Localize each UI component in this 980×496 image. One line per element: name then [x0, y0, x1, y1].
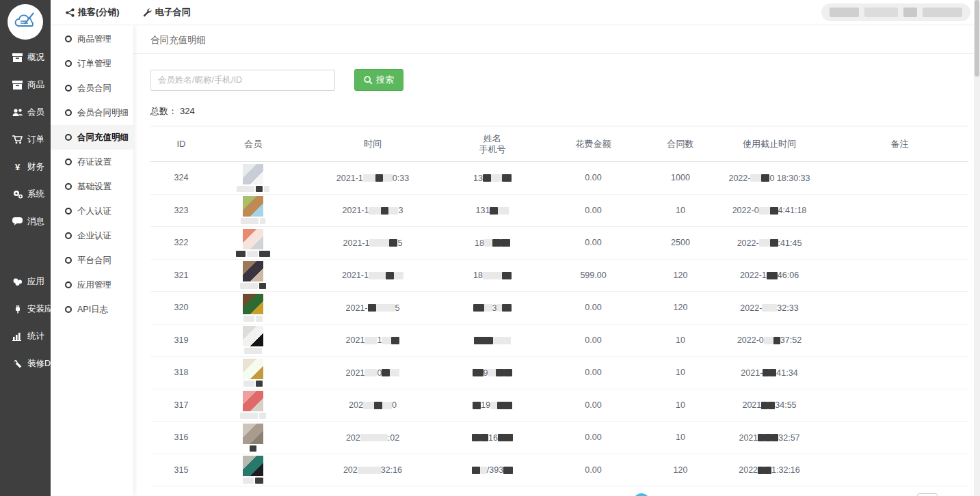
search-input[interactable] — [150, 70, 335, 91]
redacted-block — [496, 304, 502, 312]
cell-id: 322 — [150, 238, 212, 247]
sidebar-item-goods[interactable]: 商品 — [0, 71, 51, 98]
redacted-block — [864, 8, 898, 17]
redacted-block — [502, 174, 512, 182]
submenu-item-api-log[interactable]: API日志 — [51, 297, 133, 322]
redacted-block — [363, 174, 375, 182]
member-avatar[interactable] — [243, 326, 263, 346]
deadline-prefix: 2021 — [742, 400, 761, 410]
submenu-item-personal-auth[interactable]: 个人认证 — [51, 199, 133, 223]
submenu-item-enterprise-auth[interactable]: 企业认证 — [51, 223, 133, 248]
submenu-item-member-contract[interactable]: 会员合同 — [51, 76, 133, 100]
divider — [133, 53, 974, 54]
submenu-label: API日志 — [77, 304, 108, 316]
redacted-block — [502, 272, 512, 279]
redacted-block — [761, 174, 769, 182]
redacted-block — [750, 174, 761, 182]
redacted-block — [474, 337, 493, 344]
total-value: 324 — [180, 106, 195, 116]
cell-deadline: 202134:55 — [708, 400, 831, 410]
sidebar-item-label: 装修DIY — [27, 358, 59, 370]
redacted-block — [480, 434, 488, 441]
cell-id: 317 — [150, 400, 212, 410]
member-avatar[interactable] — [243, 164, 263, 184]
tab-e-contract[interactable]: 电子合同 — [143, 6, 191, 18]
member-avatar[interactable] — [243, 196, 263, 217]
deadline-prefix: 2022- — [740, 303, 762, 313]
redacted-block — [363, 402, 374, 409]
header-time: 时间 — [294, 138, 451, 150]
sidebar-item-messages[interactable]: 消息 — [0, 208, 51, 235]
member-avatar[interactable] — [243, 359, 263, 379]
overview-icon — [12, 53, 23, 63]
cell-contracts: 120 — [653, 303, 708, 312]
contract-recharge-table: ID 会员 时间 姓名 手机号 花费金额 合同数 使用截止时间 备注 324 — [150, 126, 968, 486]
deadline-prefix: 2022-1 — [740, 271, 767, 280]
vertical-scrollbar[interactable] — [974, 0, 980, 496]
redacted-block — [472, 467, 480, 474]
logo-circle — [8, 4, 43, 40]
redacted-block — [483, 272, 491, 279]
submenu-item-order-manage[interactable]: 订单管理 — [51, 51, 133, 76]
cell-contracts: 120 — [653, 465, 708, 475]
member-avatar[interactable] — [243, 391, 263, 411]
sidebar-item-install-apps[interactable]: 安装应用 — [0, 295, 51, 322]
submenu-item-platform-contract[interactable]: 平台合同 — [51, 248, 133, 273]
redacted-block — [374, 402, 382, 409]
member-avatar[interactable] — [243, 424, 263, 444]
redacted-block — [243, 316, 254, 322]
sidebar-item-orders[interactable]: 订单 — [0, 126, 51, 153]
submenu-label: 存证设置 — [77, 156, 111, 168]
scrollbar-thumb[interactable] — [975, 0, 979, 77]
submenu-item-member-contract-detail[interactable]: 会员合同明细 — [51, 100, 133, 125]
cell-amount: 0.00 — [533, 238, 653, 247]
redacted-block — [382, 402, 392, 409]
redacted-block — [378, 272, 386, 279]
user-info-redacted[interactable] — [821, 3, 970, 21]
member-avatar[interactable] — [243, 229, 263, 249]
sidebar-item-finance[interactable]: ¥ 财务 — [0, 153, 51, 180]
cell-time: 202:02 — [294, 432, 451, 443]
submenu-item-basic-settings[interactable]: 基础设置 — [51, 174, 133, 199]
member-avatar[interactable] — [243, 294, 263, 314]
phone-suffix: 3 — [492, 303, 497, 313]
redacted-block — [830, 8, 859, 17]
cell-contracts: 10 — [653, 432, 708, 442]
cell-member — [212, 261, 294, 289]
table-row: 323 2021-13 131 0.00 10 2022-04:41:18 — [150, 195, 968, 228]
deadline-prefix: 2021 — [739, 433, 758, 443]
submenu-item-contract-recharge-detail[interactable]: 合同充值明细 — [51, 125, 133, 150]
sidebar-item-overview[interactable]: 概况 — [0, 44, 51, 71]
page-1[interactable]: 1 — [633, 493, 650, 496]
deadline-prefix: 2022- — [728, 174, 750, 183]
redacted-block — [759, 239, 770, 247]
sidebar-item-system[interactable]: 系统 — [0, 180, 51, 208]
time-prefix: 2021-1 — [336, 174, 363, 183]
submenu-item-goods-manage[interactable]: 商品管理 — [51, 27, 133, 51]
sidebar-item-stats[interactable]: 统计 — [0, 322, 51, 350]
member-avatar[interactable] — [243, 261, 263, 281]
sidebar-item-members[interactable]: 会员 — [0, 98, 51, 126]
tab-distribution[interactable]: 推客(分销) — [66, 6, 120, 18]
cell-time: 2021-13 — [294, 205, 451, 215]
logo[interactable] — [0, 0, 51, 44]
search-button[interactable]: 搜索 — [354, 69, 403, 91]
jump-page-input[interactable] — [917, 493, 938, 496]
member-avatar[interactable] — [243, 456, 263, 476]
cell-id: 316 — [150, 432, 212, 442]
submenu-label: 商品管理 — [77, 33, 111, 45]
sidebar-item-apps[interactable]: 应用 — [0, 268, 51, 295]
redacted-block — [765, 467, 771, 474]
cell-deadline: 2021-41:34 — [708, 368, 831, 378]
redacted-block — [394, 272, 403, 279]
header-contracts: 合同数 — [653, 138, 708, 150]
submenu-item-evidence-settings[interactable]: 存证设置 — [51, 150, 133, 174]
redacted-block — [391, 337, 399, 344]
sidebar-item-diy[interactable]: 装修DIY — [0, 350, 51, 377]
cell-deadline: 20221:32:16 — [708, 465, 831, 475]
submenu-item-app-manage[interactable]: 应用管理 — [51, 273, 133, 297]
topbar: 推客(分销) 电子合同 — [51, 0, 980, 25]
cell-time: 20232:16 — [294, 465, 451, 475]
cell-member — [212, 294, 294, 322]
submenu-label: 会员合同 — [77, 83, 111, 94]
